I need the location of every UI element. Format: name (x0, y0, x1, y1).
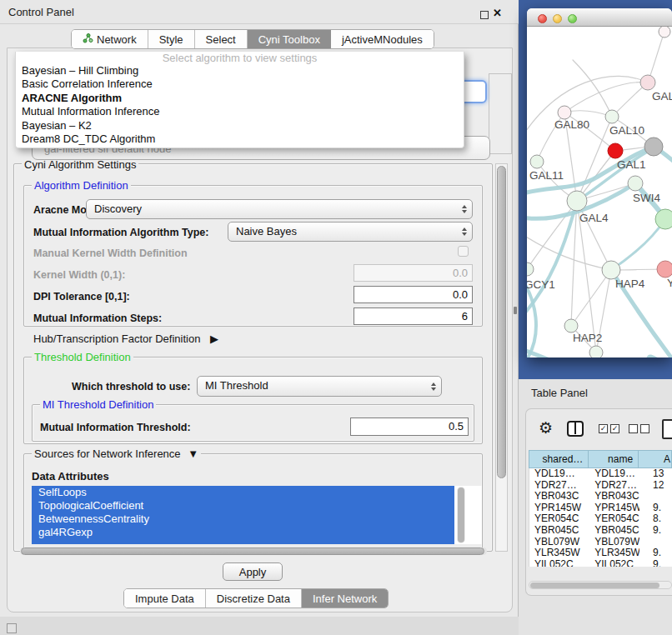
gear-icon[interactable]: ⚙ (539, 418, 553, 438)
network-node-gcy1[interactable] (527, 262, 534, 276)
export-table-icon[interactable] (662, 419, 672, 439)
table-row[interactable]: YBR045CYBR045C9. (529, 525, 672, 537)
threshold-definition-title: Threshold Definition (32, 351, 133, 363)
table-cell: 9. (639, 525, 672, 537)
bottom-tab-label: Infer Network (313, 592, 377, 605)
table-row[interactable]: YLR345WYLR345W9. (529, 548, 672, 559)
algorithm-list-item[interactable]: Basic Correlation Inference (16, 78, 464, 91)
network-node-gal4[interactable] (567, 191, 587, 211)
network-edge (611, 219, 665, 270)
attribute-item-selected[interactable]: BetweennessCentrality (32, 512, 454, 526)
tab-label: Select (206, 33, 236, 46)
settings-vertical-scrollbar[interactable] (495, 163, 508, 552)
settings-horizontal-scrollbar[interactable] (20, 548, 487, 555)
kernel-width-field[interactable]: 0.0 (354, 264, 473, 282)
attribute-item-selected[interactable]: SelfLoops (32, 486, 454, 499)
table-row[interactable]: YBL079WYBL079W (529, 537, 672, 548)
attribute-item-selected[interactable]: gal4RGexp (32, 526, 454, 539)
algorithm-list-item[interactable]: Bayesian – K2 (16, 119, 464, 132)
close-traffic-light-icon[interactable] (538, 14, 547, 23)
which-threshold-combo[interactable]: MI Threshold (197, 376, 442, 397)
network-node-gal80[interactable] (558, 106, 571, 119)
mi-steps-label: Mutual Information Steps: (33, 312, 162, 324)
tab-select[interactable]: Select (195, 30, 248, 48)
data-attributes-list[interactable]: SelfLoopsTopologicalCoefficientBetweenne… (32, 486, 482, 544)
minimize-traffic-light-icon[interactable] (553, 14, 562, 23)
minimized-panel-icon[interactable] (7, 623, 17, 633)
algorithm-list-item[interactable]: ARACNE Algorithm (16, 92, 464, 105)
table-cell: YDL19… (589, 468, 639, 480)
network-node-hap4[interactable] (602, 261, 620, 279)
algorithm-list-item[interactable]: Bayesian – Hill Climbing (16, 64, 464, 78)
combo-spinner-icon (462, 200, 467, 218)
tab-jactivemnodules[interactable]: jActiveMNodules (331, 30, 434, 48)
dpi-tolerance-field[interactable]: 0.0 (354, 286, 473, 303)
attributes-scrollbar[interactable] (457, 487, 465, 543)
table-cell: YDR27… (529, 480, 589, 492)
control-panel-titlebar: Control Panel ✕ (0, 0, 519, 24)
table-cell: YER054C (589, 513, 639, 525)
which-threshold-value: MI Threshold (205, 379, 268, 392)
control-panel-title: Control Panel (8, 6, 74, 18)
tab-cyni-toolbox[interactable]: Cyni Toolbox (248, 30, 331, 48)
table-row[interactable]: YIL052CYIL052C9. (529, 559, 672, 567)
network-node-gal1[interactable] (608, 143, 623, 158)
network-node-gal11[interactable] (530, 155, 544, 168)
table-panel-title: Table Panel (531, 387, 588, 399)
aracne-mode-value: Discovery (94, 202, 142, 215)
deselect-all-checkboxes-icon[interactable] (629, 424, 649, 433)
network-node[interactable] (659, 27, 670, 38)
network-node-hap2[interactable] (564, 319, 578, 332)
mi-steps-field[interactable]: 6 (354, 308, 473, 325)
bottom-tab-impute-data[interactable]: Impute Data (124, 589, 206, 608)
node-attribute-table[interactable]: shared…nameA YDL19…YDL19…13YDR27…YDR27…1… (529, 450, 672, 575)
float-window-icon[interactable] (480, 11, 489, 19)
tab-style[interactable]: Style (148, 30, 195, 48)
column-header-3[interactable]: A (639, 450, 672, 468)
apply-button[interactable]: Apply (223, 562, 283, 581)
attribute-item-selected[interactable]: TopologicalCoefficient (32, 499, 454, 512)
network-node[interactable] (644, 138, 663, 156)
column-layout-icon[interactable] (567, 421, 584, 437)
column-header-1[interactable]: shared… (529, 450, 589, 468)
table-row[interactable]: YBR043CYBR043C (529, 491, 672, 502)
network-node[interactable] (589, 346, 603, 358)
zoom-traffic-light-icon[interactable] (568, 14, 577, 23)
table-cell: YBR045C (529, 525, 589, 537)
table-row[interactable]: YDL19…YDL19…13 (529, 468, 672, 480)
aracne-mode-combo[interactable]: Discovery (86, 199, 473, 219)
table-cell: 9. (639, 502, 672, 514)
column-header-2[interactable]: name (589, 450, 639, 468)
network-edge (573, 60, 612, 117)
mi-threshold-field[interactable]: 0.5 (350, 418, 469, 436)
network-node-gal[interactable] (640, 75, 655, 90)
network-edge (571, 270, 611, 326)
table-header-row[interactable]: shared…nameA (529, 450, 672, 468)
network-window-titlebar[interactable] (527, 8, 672, 27)
table-row[interactable]: YPR145WYPR145W9. (529, 502, 672, 514)
sources-group-title[interactable]: Sources for Network Inference ▼ (32, 448, 201, 460)
manual-kernel-checkbox[interactable] (458, 246, 469, 257)
close-icon[interactable]: ✕ (493, 7, 502, 19)
table-horizontal-scrollbar[interactable] (529, 581, 672, 589)
hub-section-toggle[interactable]: Hub/Transcription Factor Definition ▶ (33, 332, 218, 345)
network-node-y[interactable] (657, 261, 672, 278)
bottom-tab-discretize-data[interactable]: Discretize Data (206, 589, 302, 608)
panel-splitter-handle[interactable] (514, 307, 517, 314)
table-row[interactable]: YDR27…YDR27…12 (529, 480, 672, 492)
network-node-gal10[interactable] (605, 110, 619, 123)
algorithm-list-item[interactable]: Mutual Information Inference (16, 105, 464, 118)
select-all-checkboxes-icon[interactable]: ✓✓ (599, 424, 619, 433)
kernel-width-label: Kernel Width (0,1): (33, 269, 125, 281)
bottom-tab-infer-network[interactable]: Infer Network (302, 589, 388, 608)
algorithm-list-item[interactable]: Dream8 DC_TDC Algorithm (16, 132, 464, 146)
table-row[interactable]: YER054CYER054C8. (529, 513, 672, 525)
mi-type-combo[interactable]: Naive Bayes (228, 222, 473, 242)
network-node-swi4[interactable] (628, 176, 643, 191)
table-cell: 13 (639, 468, 672, 480)
attribute-item-partial[interactable] (32, 539, 454, 544)
tab-network[interactable]: Network (72, 30, 148, 48)
network-node[interactable] (655, 209, 672, 229)
table-body[interactable]: YDL19…YDL19…13YDR27…YDR27…12YBR043CYBR04… (529, 468, 672, 567)
network-canvas[interactable]: GALGAL80GAL10GAL1GAL11SWI4GAL4GCY1HAP4YH… (527, 27, 672, 358)
